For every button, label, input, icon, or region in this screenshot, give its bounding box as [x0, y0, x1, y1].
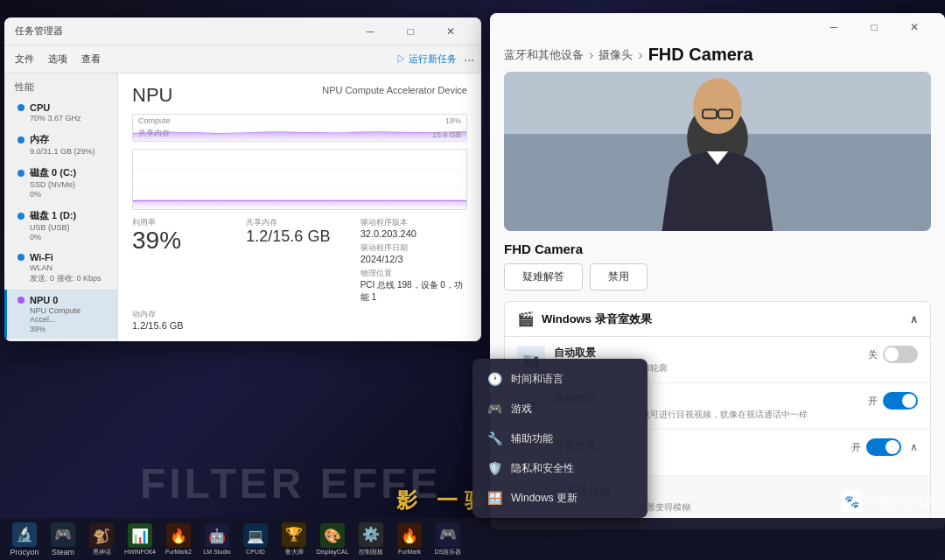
- npu-utilization-stat: 利用率 39%: [132, 217, 239, 304]
- sidebar-header: 性能: [4, 74, 117, 97]
- camera-preview-svg: [504, 72, 931, 231]
- compute-graph-svg: [133, 115, 466, 141]
- disk1-label: 磁盘 1 (D:): [30, 209, 76, 222]
- effects-icon: 🎬: [517, 311, 535, 327]
- controlpanel-label: 控制面板: [359, 548, 383, 556]
- lmstudio-icon: 🤖: [205, 523, 229, 548]
- npu-memory-graph: [132, 149, 467, 210]
- context-menu-accessibility-label: 辅助功能: [511, 431, 553, 446]
- run-new-task-button[interactable]: ▷ 运行新任务: [396, 52, 457, 66]
- privacy-icon: 🛡️: [486, 460, 502, 476]
- close-button[interactable]: ✕: [430, 18, 471, 46]
- npu-label: NPU 0: [30, 295, 58, 305]
- maximize-button[interactable]: □: [390, 18, 430, 46]
- background-effects-chevron-icon: ∧: [910, 441, 918, 453]
- windows-effects-header[interactable]: 🎬 Windows 录音室效果 ∧: [505, 302, 930, 337]
- more-options-button[interactable]: ···: [464, 52, 474, 66]
- npu-usage: 39%: [18, 325, 107, 333]
- context-menu-item-windows-update[interactable]: 🪟 Windows 更新: [472, 483, 648, 513]
- sidebar-item-wifi[interactable]: Wi-Fi WLAN 发送: 0 接收: 0 Kbps: [4, 247, 117, 290]
- camera-window-controls: ─ □ ✕: [814, 13, 934, 41]
- auto-framing-toggle[interactable]: [883, 346, 918, 363]
- npu-right-stats: 驱动程序版本 32.0.203.240 驱动程序日期 2024/12/3 物理位…: [360, 217, 467, 304]
- npu-title: NPU: [132, 84, 172, 107]
- location-label: 物理位置: [360, 268, 467, 279]
- taskbar-cpuz[interactable]: 💻 CPUID: [238, 522, 273, 556]
- sidebar-item-gpu[interactable]: GPU 0 AMD Radeon(TM) 8... 0% / 17 %: [4, 339, 117, 341]
- sidebar-item-cpu[interactable]: CPU 70% 3.67 GHz: [4, 97, 117, 128]
- eye-contact-control: 开: [868, 392, 918, 410]
- furmark2-label: FurMark2: [165, 549, 192, 555]
- taskbar-procyon[interactable]: 🔬 Procyon: [7, 522, 42, 556]
- ds-label: DS游乐器: [435, 548, 462, 556]
- eye-contact-toggle[interactable]: [883, 392, 918, 410]
- reserved-label: 动内存: [132, 309, 467, 320]
- watermark-text: @微型计算机: [868, 494, 936, 509]
- watermark: 🐾 @微型计算机: [842, 491, 936, 512]
- taskbar-monkey[interactable]: 🐒 黑神话: [84, 522, 119, 556]
- camera-preview-bg: [504, 72, 931, 231]
- procyon-label: Procyon: [10, 548, 38, 556]
- eye-contact-status: 开: [868, 395, 878, 408]
- taskbar-controlpanel[interactable]: ⚙️ 控制面板: [354, 522, 388, 556]
- taskbar-lmstudio[interactable]: 🤖 LM Studio: [200, 522, 234, 556]
- ds-icon: 🎮: [436, 522, 460, 547]
- watermark-icon: 🐾: [842, 491, 863, 512]
- taskbar-steam[interactable]: 🎮 Steam: [46, 522, 80, 556]
- context-menu-item-games[interactable]: 🎮 游戏: [472, 394, 648, 424]
- menu-bar: 文件 选项 查看 ▷ 运行新任务 ···: [4, 46, 481, 74]
- minimize-button[interactable]: ─: [350, 18, 390, 46]
- procyon-icon: 🔬: [12, 522, 37, 547]
- ludashi-icon: 🏆: [282, 522, 306, 547]
- context-menu-item-privacy[interactable]: 🛡️ 隐私和安全性: [472, 453, 648, 483]
- context-menu-item-accessibility[interactable]: 🔧 辅助功能: [472, 424, 648, 453]
- troubleshoot-button[interactable]: 疑难解答: [504, 263, 583, 290]
- camera-maximize-button[interactable]: □: [854, 13, 894, 41]
- menu-options[interactable]: 选项: [45, 49, 71, 69]
- taskbar-hwinfo[interactable]: 📊 HWiNFO64: [122, 522, 158, 556]
- window-controls: ─ □ ✕: [350, 18, 471, 46]
- context-menu-privacy-label: 隐私和安全性: [511, 461, 574, 476]
- lmstudio-label: LM Studio: [203, 549, 231, 555]
- driver-ver-label: 驱动程序版本: [360, 217, 467, 228]
- npu-reserved-mem: 动内存 1.2/15.6 GB: [132, 309, 467, 331]
- context-menu-update-label: Windows 更新: [511, 491, 578, 506]
- wukong-label: 黑神话: [93, 549, 111, 555]
- context-menu-games-label: 游戏: [511, 402, 532, 416]
- taskbar-ludashi[interactable]: 🏆 鲁大师: [276, 522, 312, 556]
- memory-graph-svg: [133, 150, 466, 209]
- graph-label: Compute: [138, 116, 171, 125]
- breadcrumb-part1[interactable]: 蓝牙和其他设备: [504, 47, 584, 63]
- context-menu-time-label: 时间和语言: [511, 372, 564, 387]
- camera-minimize-button[interactable]: ─: [814, 13, 854, 41]
- sidebar-item-memory[interactable]: 内存 9.0/31.1 GB (29%): [4, 128, 117, 161]
- effects-chevron-icon: ∧: [910, 313, 918, 326]
- memory-label: 内存: [30, 133, 49, 146]
- background-effects-toggle[interactable]: [866, 438, 901, 456]
- breadcrumb-part2[interactable]: 摄像头: [598, 47, 633, 63]
- taskbar-furmark2[interactable]: 🔥 FurMark2: [161, 522, 196, 556]
- sidebar-item-npu[interactable]: NPU 0 NPU Compute Accel... 39%: [4, 290, 117, 339]
- camera-preview: [504, 72, 931, 231]
- npu-name: NPU Compute Accel...: [18, 306, 107, 324]
- context-menu: 🕐 时间和语言 🎮 游戏 🔧 辅助功能 🛡️ 隐私和安全性 🪟 Windows …: [472, 359, 648, 518]
- taskbar-displaycal[interactable]: 🎨 DisplayCAL: [315, 522, 350, 556]
- background-effects-control: 开 ∧: [851, 438, 918, 456]
- npu-header: NPU NPU Compute Accelerator Device: [132, 84, 467, 107]
- location-value: PCI 总线 198，设备 0，功能 1: [360, 279, 467, 304]
- background-effects-status: 开: [851, 441, 861, 454]
- furmark-icon: 🔥: [397, 523, 422, 548]
- npu-compute-graph: Compute 19%: [132, 114, 467, 142]
- menu-file[interactable]: 文件: [11, 49, 38, 69]
- disk0-usage: 0%: [18, 190, 107, 199]
- taskbar-ds[interactable]: 🎮 DS游乐器: [430, 522, 466, 556]
- context-menu-item-time[interactable]: 🕐 时间和语言: [472, 364, 648, 394]
- menu-view[interactable]: 查看: [78, 49, 104, 69]
- graph-bottom-label: 共享内存: [138, 128, 170, 139]
- disable-button[interactable]: 禁用: [590, 263, 648, 290]
- camera-titlebar: ─ □ ✕: [490, 13, 945, 41]
- sidebar-item-disk0[interactable]: 磁盘 0 (C:) SSD (NVMe) 0%: [4, 161, 117, 204]
- camera-close-button[interactable]: ✕: [894, 13, 934, 41]
- taskbar-furmark[interactable]: 🔥 FurMark: [392, 522, 427, 556]
- sidebar-item-disk1[interactable]: 磁盘 1 (D:) USB (USB) 0%: [4, 204, 117, 247]
